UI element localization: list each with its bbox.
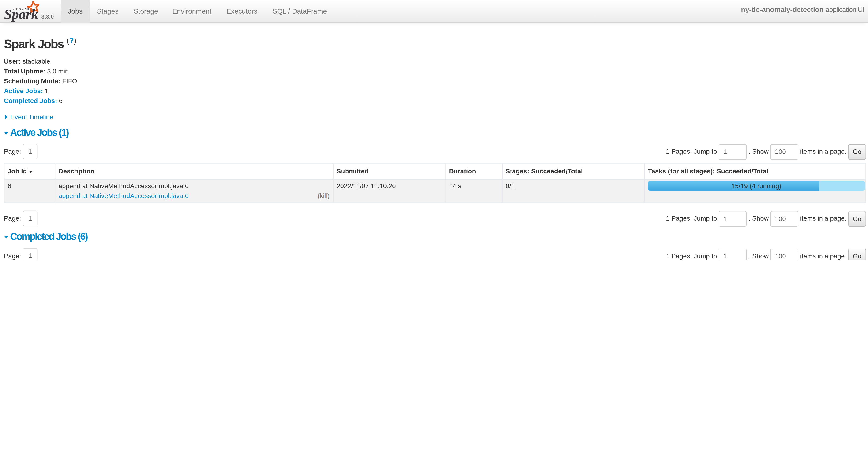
svg-text:Spark: Spark xyxy=(4,6,38,22)
